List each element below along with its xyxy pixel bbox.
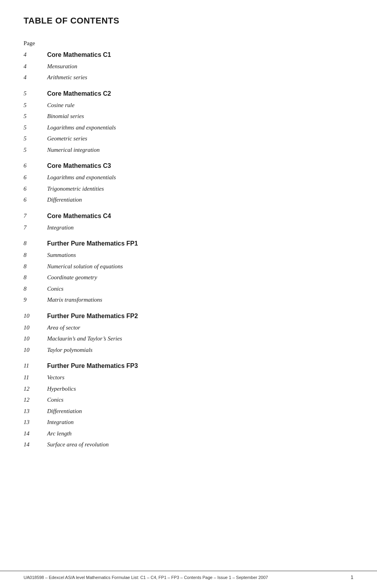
toc-section-heading: Core Mathematics C1 xyxy=(47,49,353,61)
toc-row: 5Numerical integration xyxy=(24,144,353,156)
toc-page-num: 10 xyxy=(24,310,47,322)
toc-page-num: 12 xyxy=(24,394,47,406)
toc-page-num: 10 xyxy=(24,322,47,333)
toc-section-item: Binomial series xyxy=(47,111,353,122)
toc-table: Page 4Core Mathematics C14Mensuration4Ar… xyxy=(24,38,353,450)
toc-section-item: Mensuration xyxy=(47,61,353,72)
content-column-header xyxy=(47,38,353,49)
toc-page-num: 6 xyxy=(24,194,47,206)
toc-spacer xyxy=(24,355,353,360)
toc-section-heading: Further Pure Mathematics FP2 xyxy=(47,310,353,322)
toc-section-item: Geometric series xyxy=(47,133,353,144)
toc-page-num: 5 xyxy=(24,88,47,100)
toc-row: 6Differentiation xyxy=(24,194,353,206)
toc-page-num: 14 xyxy=(24,439,47,450)
toc-section-item: Conics xyxy=(47,283,353,295)
toc-spacer xyxy=(24,306,353,310)
footer-text: UA018598 – Edexcel AS/A level Mathematic… xyxy=(24,575,268,580)
toc-section-item: Area of sector xyxy=(47,322,353,333)
toc-page-num: 4 xyxy=(24,61,47,72)
toc-page-num: 5 xyxy=(24,111,47,122)
toc-page-num: 7 xyxy=(24,210,47,222)
toc-section-heading: Further Pure Mathematics FP1 xyxy=(47,238,353,249)
toc-row: 13Differentiation xyxy=(24,406,353,417)
toc-section-item: Taylor polynomials xyxy=(47,344,353,356)
toc-page-num: 5 xyxy=(24,100,47,111)
toc-spacer xyxy=(24,233,353,238)
toc-row: 5Binomial series xyxy=(24,111,353,122)
toc-section-heading: Core Mathematics C2 xyxy=(47,88,353,100)
toc-section-item: Trigonometric identities xyxy=(47,183,353,195)
toc-page-num: 14 xyxy=(24,428,47,439)
toc-row: 5Logarithms and exponentials xyxy=(24,122,353,133)
toc-page-num: 7 xyxy=(24,222,47,233)
toc-section-item: Differentiation xyxy=(47,194,353,206)
toc-header-row: Page xyxy=(24,38,353,49)
toc-row: 12Conics xyxy=(24,394,353,406)
page-column-header: Page xyxy=(24,38,47,49)
toc-page-num: 8 xyxy=(24,261,47,272)
toc-section-item: Integration xyxy=(47,417,353,428)
toc-row: 10Further Pure Mathematics FP2 xyxy=(24,310,353,322)
toc-page-num: 6 xyxy=(24,183,47,195)
toc-row: 10Area of sector xyxy=(24,322,353,333)
toc-page-num: 5 xyxy=(24,133,47,144)
toc-row: 8Coordinate geometry xyxy=(24,272,353,283)
toc-page-num: 8 xyxy=(24,238,47,249)
toc-row: 10Maclaurin’s and Taylor’s Series xyxy=(24,333,353,344)
toc-spacer xyxy=(24,155,353,160)
toc-section-item: Hyperbolics xyxy=(47,383,353,395)
toc-row: 8Conics xyxy=(24,283,353,295)
toc-section-item: Summations xyxy=(47,249,353,261)
toc-page-num: 13 xyxy=(24,417,47,428)
toc-row: 8Further Pure Mathematics FP1 xyxy=(24,238,353,249)
toc-page-num: 12 xyxy=(24,383,47,395)
toc-page-num: 5 xyxy=(24,122,47,133)
toc-row: 6Trigonometric identities xyxy=(24,183,353,195)
toc-section-item: Numerical solution of equations xyxy=(47,261,353,272)
toc-page-num: 8 xyxy=(24,283,47,295)
toc-row: 12Hyperbolics xyxy=(24,383,353,395)
toc-section-item: Numerical integration xyxy=(47,144,353,156)
toc-row: 7Core Mathematics C4 xyxy=(24,210,353,222)
toc-spacer xyxy=(24,83,353,88)
footer: UA018598 – Edexcel AS/A level Mathematic… xyxy=(0,571,377,580)
toc-row: 5Geometric series xyxy=(24,133,353,144)
toc-row: 7Integration xyxy=(24,222,353,233)
toc-section-item: Surface area of revolution xyxy=(47,439,353,450)
toc-row: 4Arithmetic series xyxy=(24,72,353,83)
toc-section-item: Coordinate geometry xyxy=(47,272,353,283)
toc-section-item: Logarithms and exponentials xyxy=(47,172,353,183)
toc-page-num: 13 xyxy=(24,406,47,417)
toc-section-item: Arc length xyxy=(47,428,353,439)
toc-page-num: 11 xyxy=(24,372,47,383)
toc-page-num: 8 xyxy=(24,249,47,261)
toc-section-item: Maclaurin’s and Taylor’s Series xyxy=(47,333,353,344)
toc-section-item: Vectors xyxy=(47,372,353,383)
toc-section-item: Matrix transformations xyxy=(47,294,353,306)
toc-page-num: 10 xyxy=(24,344,47,356)
toc-section-item: Conics xyxy=(47,394,353,406)
toc-page-num: 10 xyxy=(24,333,47,344)
toc-row: 6Core Mathematics C3 xyxy=(24,160,353,172)
toc-page-num: 8 xyxy=(24,272,47,283)
toc-section-item: Differentiation xyxy=(47,406,353,417)
toc-row: 8Summations xyxy=(24,249,353,261)
toc-row: 4Mensuration xyxy=(24,61,353,72)
toc-row: 13Integration xyxy=(24,417,353,428)
toc-page-num: 6 xyxy=(24,160,47,172)
toc-section-heading: Further Pure Mathematics FP3 xyxy=(47,360,353,372)
toc-page-num: 11 xyxy=(24,360,47,372)
toc-row: 4Core Mathematics C1 xyxy=(24,49,353,61)
footer-page-number: 1 xyxy=(351,574,353,580)
page-container: TABLE OF CONTENTS Page 4Core Mathematics… xyxy=(0,0,377,474)
toc-page-num: 9 xyxy=(24,294,47,306)
toc-row: 6Logarithms and exponentials xyxy=(24,172,353,183)
toc-row: 8Numerical solution of equations xyxy=(24,261,353,272)
page-title: TABLE OF CONTENTS xyxy=(24,16,353,26)
toc-page-num: 4 xyxy=(24,72,47,83)
toc-page-num: 6 xyxy=(24,172,47,183)
toc-section-heading: Core Mathematics C4 xyxy=(47,210,353,222)
toc-section-item: Logarithms and exponentials xyxy=(47,122,353,133)
toc-section-item: Arithmetic series xyxy=(47,72,353,83)
